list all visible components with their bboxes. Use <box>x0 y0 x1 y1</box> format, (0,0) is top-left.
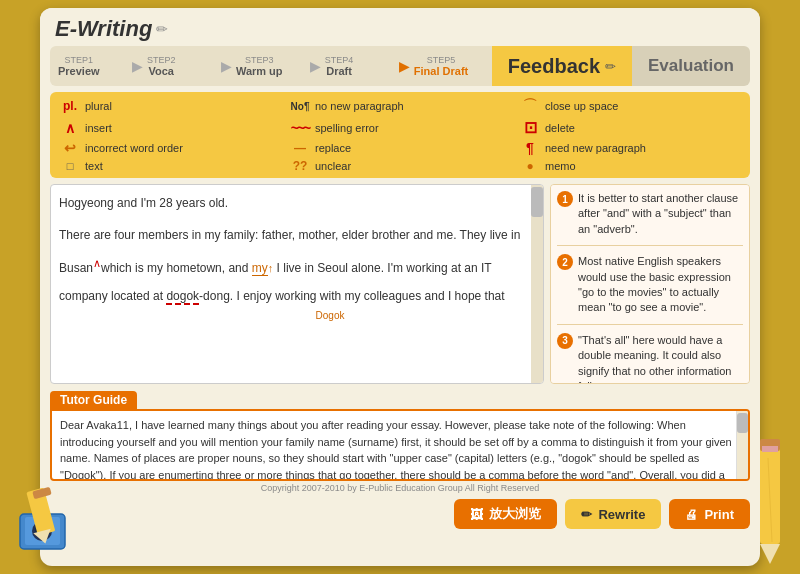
print-label: Print <box>704 507 734 522</box>
legend-memo: ● memo <box>520 159 740 173</box>
editor-scrollbar-thumb <box>531 187 543 217</box>
bottom-buttons: 🖼 放大浏览 ✏ Rewrite 🖨 Print <box>50 499 750 529</box>
feedback-item-1: 1 It is better to start another clause a… <box>557 191 743 246</box>
feedback-item-3: 3 "That's all" here would have a double … <box>557 333 743 384</box>
pencil-icon: ✏ <box>156 21 168 37</box>
print-button[interactable]: 🖨 Print <box>669 499 750 529</box>
tutor-guide-label: Tutor Guide <box>50 391 137 409</box>
rewrite-label: Rewrite <box>598 507 645 522</box>
tab-evaluation[interactable]: Evaluation <box>632 46 750 86</box>
feedback-pencil-icon: ✏ <box>605 59 616 74</box>
tutor-guide-content[interactable]: Dear Avaka11, I have learned many things… <box>50 409 750 481</box>
legend-unclear: ?? unclear <box>290 159 510 173</box>
legend-need-para: ¶ need new paragraph <box>520 140 740 156</box>
svg-marker-8 <box>760 544 780 564</box>
header: E-Writing ✏ <box>40 8 760 46</box>
legend-replace: — replace <box>290 140 510 156</box>
pencil-right-decoration <box>740 434 800 574</box>
editor-line-3: Busan∧which is my hometown, and my↑ I li… <box>59 254 521 278</box>
legend-delete: ⊡ delete <box>520 118 740 137</box>
step-arrow-3: ▶ <box>310 58 321 74</box>
main-container: E-Writing ✏ STEP1 Preview ▶ STEP2 Voca ▶ <box>40 8 760 566</box>
editor-text: Hogyeong and I'm 28 years old. There are… <box>59 193 535 324</box>
enlarge-icon: 🖼 <box>470 507 483 522</box>
header-row: STEP1 Preview ▶ STEP2 Voca ▶ STEP3 Warm … <box>50 46 750 86</box>
step-1[interactable]: STEP1 Preview <box>58 55 128 77</box>
step-3[interactable]: STEP3 Warm up <box>236 55 306 77</box>
print-icon: 🖨 <box>685 507 698 522</box>
editor-line-2: There are four members in my family: fat… <box>59 225 521 245</box>
editor-line-4: company located at dogok-dong. I enjoy w… <box>59 286 521 323</box>
step-arrow-4: ▶ <box>399 58 410 74</box>
steps-section: STEP1 Preview ▶ STEP2 Voca ▶ STEP3 Warm … <box>50 46 492 86</box>
enlarge-button[interactable]: 🖼 放大浏览 <box>454 499 557 529</box>
pencil-sharpener-decoration <box>5 479 85 559</box>
svg-rect-10 <box>762 446 778 452</box>
legend-word-order: ↩ incorrect word order <box>60 140 280 156</box>
rewrite-icon: ✏ <box>581 507 592 522</box>
rewrite-button[interactable]: ✏ Rewrite <box>565 499 661 529</box>
feedback-item-2: 2 Most native English speakers would use… <box>557 254 743 325</box>
feedback-panel: 1 It is better to start another clause a… <box>550 184 750 384</box>
editor-line-1: Hogyeong and I'm 28 years old. <box>59 193 521 213</box>
step-arrow-2: ▶ <box>221 58 232 74</box>
step-2[interactable]: STEP2 Voca <box>147 55 217 77</box>
tab-feedback-label: Feedback <box>508 55 600 78</box>
editor-scrollbar[interactable] <box>531 185 543 383</box>
legend-spelling: ~~~ spelling error <box>290 118 510 137</box>
step-5[interactable]: STEP5 Final Draft <box>414 55 484 77</box>
step-arrow-1: ▶ <box>132 58 143 74</box>
legend-insert: ∧ insert <box>60 118 280 137</box>
enlarge-label: 放大浏览 <box>489 505 541 523</box>
legend-bar: pl. plural No¶ no new paragraph ⌒ close … <box>50 92 750 178</box>
legend-plural: pl. plural <box>60 97 280 115</box>
copyright: Copyright 2007-2010 by E-Public Educatio… <box>40 483 760 493</box>
legend-text: □ text <box>60 159 280 173</box>
tab-evaluation-label: Evaluation <box>648 56 734 76</box>
legend-close-up: ⌒ close up space <box>520 97 740 115</box>
editor-area[interactable]: Hogyeong and I'm 28 years old. There are… <box>50 184 544 384</box>
content-area: Hogyeong and I'm 28 years old. There are… <box>50 184 750 384</box>
app-title: E-Writing <box>55 16 152 42</box>
tutor-guide-section: Tutor Guide Dear Avaka11, I have learned… <box>50 390 750 481</box>
tab-feedback[interactable]: Feedback ✏ <box>492 46 632 86</box>
legend-no-para: No¶ no new paragraph <box>290 97 510 115</box>
step-4[interactable]: STEP4 Draft <box>325 55 395 77</box>
tabs-section: Feedback ✏ Evaluation <box>492 46 750 86</box>
tutor-scrollbar-thumb <box>737 413 748 433</box>
